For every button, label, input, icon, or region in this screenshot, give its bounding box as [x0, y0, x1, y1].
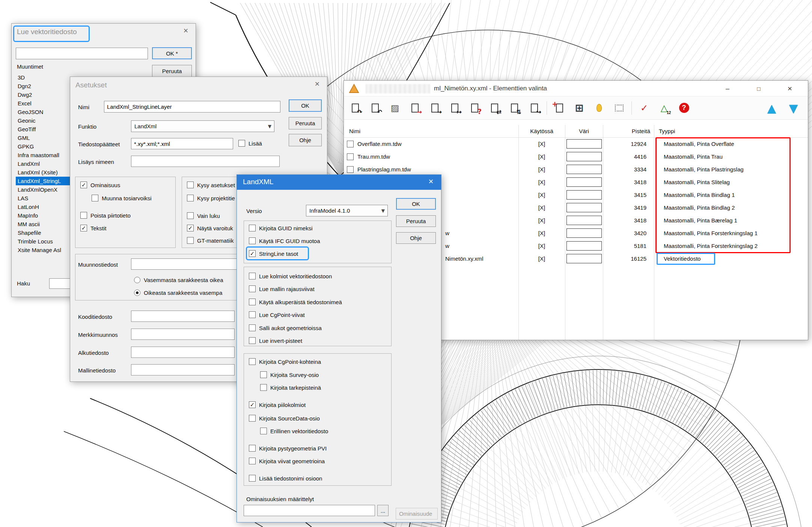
color-swatch[interactable] [566, 228, 602, 238]
color-swatch[interactable] [566, 165, 602, 174]
column-header-tyyppi[interactable]: Tyyppi [659, 125, 675, 138]
column-header-pisteita[interactable]: Pisteitä [603, 125, 650, 138]
ok-button[interactable]: OK [289, 99, 322, 112]
help-button[interactable]: Ohje [396, 232, 436, 244]
copy-element-icon[interactable]: ↷ [348, 101, 363, 116]
close-icon[interactable]: × [425, 177, 437, 186]
color-swatch[interactable] [566, 177, 602, 187]
checkbox-vain-luku[interactable]: Vain luku [187, 212, 220, 220]
checkbox-kirjoita-viivat-geometrioina[interactable]: Kirjoita viivat geometrioina [249, 457, 325, 465]
duplicate-element-icon[interactable]: ↪ [527, 101, 542, 116]
checkbox-erillinen-vektoritiedosto[interactable]: Erillinen vektoritiedosto [260, 427, 328, 435]
table-row[interactable]: Overflate.mm.tdw [X] 12924 Maastomalli, … [344, 138, 808, 150]
alku-input[interactable] [131, 347, 235, 358]
checkbox-ominaisuus[interactable]: Ominaisuus [80, 181, 120, 189]
checkbox-kysy-projektitie[interactable]: Kysy projektitie [187, 194, 235, 202]
close-icon[interactable]: × [180, 26, 192, 36]
color-swatch[interactable] [566, 190, 602, 200]
add-to-file-icon[interactable]: → [407, 101, 422, 116]
query-element-icon[interactable]: ? [467, 101, 482, 116]
ok-button[interactable]: OK [396, 198, 436, 210]
checkbox-kysy-asetukset[interactable]: Kysy asetukset [187, 181, 235, 189]
fit-view-icon[interactable]: ⊞ [572, 101, 587, 116]
cancel-button[interactable]: Peruuta [396, 215, 436, 227]
table-row[interactable]: Plastringslag.mm.tdw [X] 3334 Maastomall… [344, 163, 808, 176]
checkbox-kirjoita-guid-nimeksi[interactable]: Kirjoita GUID nimeksi [249, 224, 313, 232]
color-swatch[interactable] [566, 152, 602, 161]
cancel-button[interactable]: Peruuta [289, 117, 322, 129]
lisays-input[interactable] [131, 156, 280, 167]
highlight-lamp-icon[interactable] [592, 101, 607, 116]
color-swatch[interactable] [566, 216, 602, 225]
help-button[interactable]: Ohje [289, 134, 322, 146]
move-element-icon[interactable]: ↦ [447, 101, 462, 116]
checkbox-kirjoita-survey-osio[interactable]: Kirjoita Survey-osio [260, 371, 319, 379]
edit-hatch-icon[interactable]: ▨ [387, 101, 402, 116]
nimi-input[interactable] [104, 101, 280, 113]
checkbox-lue-cgpoint-viivat[interactable]: Lue CgPoint-viivat [249, 311, 305, 319]
checkbox-lue-invert-pisteet[interactable]: Lue invert-pisteet [249, 336, 302, 345]
versio-combobox[interactable]: InfraModel 4.1.0 ▼ [306, 205, 388, 216]
column-header-nimi[interactable]: Nimi [349, 125, 360, 138]
maximize-button[interactable]: □ [748, 81, 769, 96]
help-icon[interactable]: ? [676, 101, 691, 116]
maarittelyt-input[interactable] [244, 505, 375, 516]
validate-icon[interactable]: ✓ [637, 101, 652, 116]
reorder-element-icon[interactable]: ⇅ [507, 101, 522, 116]
koodi-input[interactable] [131, 311, 235, 322]
filename-input[interactable] [16, 48, 148, 59]
close-icon[interactable]: × [311, 79, 323, 89]
select-area-icon[interactable] [612, 101, 627, 116]
checkbox-salli-aukot[interactable]: Salli aukot geometrioissa [249, 324, 322, 332]
color-swatch[interactable] [566, 203, 602, 212]
ok-button[interactable]: OK * [152, 47, 192, 59]
checkbox-kayta-alkuperaista[interactable]: Käytä alkuperäistä tiedostonimeä [249, 298, 342, 306]
funktio-combobox[interactable]: LandXml ▼ [131, 120, 274, 132]
column-header-kaytossa[interactable]: Käytössä [518, 125, 565, 138]
minimize-button[interactable]: – [717, 81, 738, 96]
new-file-icon[interactable]: + [552, 101, 567, 116]
column-header-vari[interactable]: Väri [565, 125, 603, 138]
more-button[interactable]: ... [377, 505, 389, 516]
checkbox-kirjoita-cgpoint[interactable]: Kirjoita CgPoint-kohteina [249, 357, 321, 366]
triangulation-icon[interactable]: △12 [657, 101, 672, 116]
transfer-element-icon[interactable]: ⇄ [487, 101, 502, 116]
ominaisuudet-button[interactable]: Ominaisuude [396, 508, 438, 519]
move-up-icon[interactable]: ▲ [767, 102, 776, 115]
row-checkbox[interactable] [347, 166, 354, 173]
color-swatch[interactable] [566, 241, 602, 251]
checkbox-lisaa[interactable]: Lisää [238, 139, 262, 147]
checkbox-muunna-tosiarvoiksi[interactable]: Muunna tosiarvoiksi [92, 194, 152, 202]
checkbox-kayta-ifc-guid[interactable]: Käytä IFC GUID muotoa [249, 237, 320, 245]
row-checkbox[interactable] [347, 153, 354, 160]
table-row[interactable]: Trau.mm.tdw [X] 4416 Maastomalli, Pinta … [344, 150, 808, 163]
window-title-bar[interactable]: ml_Nimetön.xy.xml - Elementtien valinta … [344, 81, 808, 96]
checkbox-tekstit[interactable]: Tekstit [80, 224, 107, 232]
malline-input[interactable] [131, 364, 235, 375]
cancel-button[interactable]: Peruuta [152, 65, 192, 77]
checkbox-kirjoita-pystygeometria[interactable]: Kirjoita pystygeometria PVI [249, 444, 327, 452]
checkbox-lue-mallin-rajausviivat[interactable]: Lue mallin rajausviivat [249, 285, 315, 293]
paste-element-icon[interactable]: ↶ [368, 101, 383, 116]
row-name: Trau.mm.tdw [357, 150, 390, 163]
checkbox-kirjoita-piilokolmiot[interactable]: Kirjoita piilokolmiot [249, 401, 306, 409]
merkki-input[interactable] [131, 329, 235, 340]
move-down-icon[interactable]: ▼ [789, 102, 798, 115]
checkbox-lue-kolmiot[interactable]: Lue kolmiot vektoritiedostoon [249, 272, 332, 280]
checkbox-poista-piirtotieto[interactable]: Poista piirtotieto [80, 211, 131, 219]
radio-vasemmasta[interactable]: Vasemmasta sarakkeesta oikea [134, 276, 223, 284]
color-swatch[interactable] [566, 254, 602, 263]
checkbox-lisaa-tiedostonimi[interactable]: Lisää tiedostonimi osioon [249, 474, 322, 482]
row-checkbox[interactable] [347, 141, 354, 147]
dialog-title-bar[interactable]: LandXML × [237, 175, 441, 190]
tiedostopaatteet-input[interactable] [131, 138, 233, 149]
color-swatch[interactable] [566, 139, 602, 149]
checkbox-kirjoita-sourcedata[interactable]: Kirjoita SourceData-osio [249, 414, 320, 422]
close-icon[interactable]: × [779, 81, 800, 96]
checkbox-nayta-varoituk[interactable]: Näytä varoituk [187, 224, 233, 232]
checkbox-kirjoita-tarkepisteina[interactable]: Kirjoita tarkepisteinä [260, 383, 321, 392]
radio-oikeasta[interactable]: Oikeasta sarakkeesta vasempa [134, 288, 222, 297]
write-file-icon[interactable]: → [427, 101, 442, 116]
checkbox-gt-matematiik[interactable]: GT-matematiik [187, 236, 234, 245]
checkbox-stringline-tasot[interactable]: StringLine tasot [249, 249, 298, 258]
